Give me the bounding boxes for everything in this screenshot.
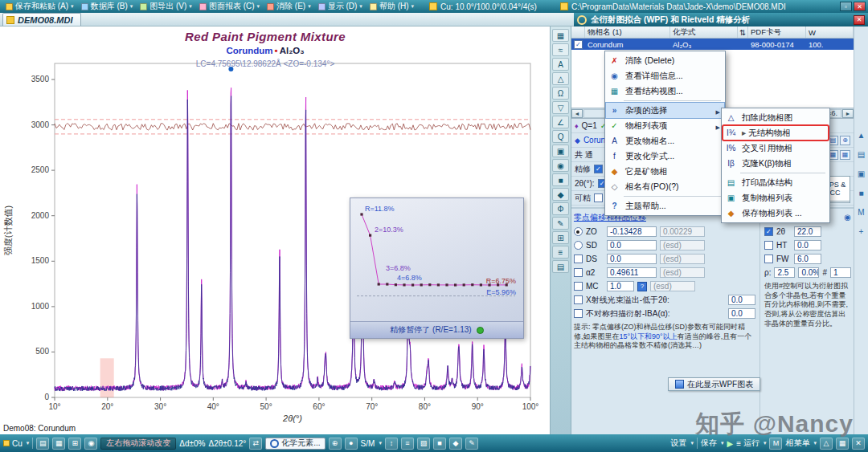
strip-icon-5[interactable]: Ω (552, 87, 569, 100)
sb-icon-4[interactable]: ◉ (84, 438, 97, 450)
add-icon[interactable]: ⊕ (840, 136, 850, 145)
menu-item-change-formula[interactable]: f更改化学式... (606, 149, 724, 164)
refine-checkbox[interactable] (594, 165, 603, 173)
menu-item-po-name[interactable]: ◇相名有(PO)(?) (606, 179, 724, 194)
delta-2theta-label[interactable]: Δ2θ±0.12° (209, 439, 247, 448)
side-icon-2[interactable]: ▤ (858, 150, 865, 159)
mc-checkbox[interactable] (574, 282, 583, 291)
scroll-right-button[interactable] (842, 109, 854, 118)
refinable-checkbox[interactable] (594, 193, 603, 202)
amorphous-2theta-checkbox[interactable] (764, 227, 773, 236)
strip-icon-17[interactable]: ▤ (552, 260, 569, 273)
delta-d-label[interactable]: Δd±0% (179, 439, 205, 448)
add-icon[interactable]: ⊕ (329, 438, 342, 450)
beam-overflow-checkbox[interactable] (574, 295, 583, 304)
mc-help-button[interactable]: ? (637, 282, 647, 291)
strip-icon-9[interactable]: ▣ (552, 145, 569, 157)
list-icon[interactable]: ≡ (401, 438, 414, 450)
anode-selector[interactable]: Cu (3, 439, 29, 448)
strip-icon-10[interactable]: ◉ (552, 159, 569, 172)
submenu-item-copy-phase-list[interactable]: ▣复制物相列表 (723, 190, 829, 206)
strip-icon-8[interactable]: Q (552, 130, 569, 143)
menu-item-misc-options[interactable]: »杂项的选择 (606, 103, 724, 118)
strip-icon-12[interactable]: ◆ (552, 188, 569, 201)
strip-icon-6[interactable]: ▽ (552, 101, 569, 114)
amorphous-ht-value[interactable]: 0.0 (794, 240, 821, 250)
edit-icon[interactable]: ✎ (465, 438, 478, 450)
submenu-item-structureless-phase[interactable]: I¾无结构物相 (723, 125, 829, 140)
pdf-card-header[interactable]: PDF卡号 (748, 26, 806, 38)
chemistry-filter-button[interactable]: 化学元素... (265, 438, 325, 450)
menu-item-is-mineral[interactable]: ◆它是矿物相 (606, 164, 724, 179)
zo-radio[interactable] (574, 227, 583, 236)
menu-database[interactable]: 数据库 (B) (78, 0, 137, 13)
dot-icon[interactable]: ● (345, 438, 358, 450)
alpha2-checkbox[interactable] (574, 268, 583, 277)
menu-item-rename-phase[interactable]: A更改物相名... (606, 133, 724, 149)
updown-icon[interactable]: ↕ (385, 438, 398, 450)
strip-icon-2[interactable]: ≈ (552, 43, 569, 56)
grid2-icon[interactable]: ▦ (840, 150, 850, 160)
strip-icon-14[interactable]: ✎ (552, 217, 569, 230)
close-panel-icon[interactable]: ✕ (852, 438, 865, 450)
strip-icon-16[interactable]: ≡ (552, 246, 569, 259)
diamond-icon[interactable]: ◆ (449, 438, 462, 450)
phase-row-corundum[interactable]: Corundum Al₂O₃ 98-000-0174 100. (571, 39, 854, 50)
scroll-left-button[interactable] (571, 109, 583, 118)
strip-icon-4[interactable]: △ (552, 72, 569, 85)
pattern-icon[interactable]: ▧ (417, 438, 430, 450)
side-icon-1[interactable]: ▲ (858, 131, 866, 140)
beam-overflow-value[interactable]: 0.0 (728, 295, 755, 305)
tab-demo08[interactable]: DEMO08.MDI (2, 13, 81, 26)
mc-value-field[interactable]: 1.0 (607, 281, 634, 291)
sd-radio[interactable] (574, 241, 583, 250)
submenu-item-cross-reference[interactable]: I%交叉引用物相 (723, 140, 829, 156)
amorphous-fw-checkbox[interactable] (764, 255, 773, 263)
sm-toggle[interactable]: S/M (361, 439, 382, 448)
amorphous-2theta-value[interactable]: 22.0 (794, 226, 821, 237)
side-icon-6[interactable]: + (859, 227, 864, 236)
menu-report[interactable]: 图面报表 (C) (196, 0, 263, 13)
side-icon-5[interactable]: M (858, 208, 864, 217)
strip-icon-13[interactable]: Φ (552, 202, 569, 215)
strip-icon-1[interactable]: ▦ (552, 29, 569, 42)
menu-item-topic-help[interactable]: ?主题帮助... (606, 198, 724, 214)
menu-clear[interactable]: 消除 (E) (264, 0, 314, 13)
sort-icon[interactable]: ⇅ (738, 26, 748, 38)
menu-help[interactable]: 帮助 (H) (366, 0, 417, 13)
ds-value-field[interactable]: 0.0 (607, 254, 657, 264)
minimize-button[interactable] (840, 2, 852, 11)
sb-icon-1[interactable]: ▤ (36, 438, 49, 450)
menu-save-paste[interactable]: 保存和粘贴 (A) (2, 0, 77, 13)
close-button[interactable] (854, 2, 866, 11)
menu-item-details[interactable]: ◉查看详细信息... (606, 68, 724, 83)
side-icon-4[interactable]: ■ (858, 189, 863, 197)
side-icon-3[interactable]: ▣ (858, 169, 865, 178)
phase-checkbox[interactable] (574, 40, 583, 49)
sd-value-field[interactable]: 0.0 (607, 240, 657, 250)
strip-icon-7[interactable]: ∠ (552, 116, 569, 128)
menu-display[interactable]: 显示 (D) (315, 0, 366, 13)
swap-icon[interactable]: ⇄ (249, 438, 262, 450)
sb-icon-2[interactable]: ▦ (52, 438, 65, 450)
amorphous-options-icon[interactable]: ◉ (844, 213, 851, 222)
submenu-item-subtract-pattern[interactable]: △扣除此物相图 (723, 110, 829, 125)
strip-icon-15[interactable]: ⊞ (552, 231, 569, 244)
amorphous-fw-value[interactable]: 6.0 (794, 254, 821, 264)
asymmetry-checkbox[interactable] (574, 309, 583, 318)
ds-checkbox[interactable] (574, 255, 583, 263)
panel-close-button[interactable] (854, 15, 865, 25)
menu-item-phase-list[interactable]: ✓物相列表项 (606, 118, 724, 133)
sb-icon-3[interactable]: ⊞ (68, 438, 81, 450)
show-wpf-chart-button[interactable]: 在此显示WPF图表 (668, 377, 760, 391)
asymmetry-value[interactable]: 0.0 (728, 308, 755, 319)
submenu-item-print-structure[interactable]: ▤打印晶体结构 (723, 175, 829, 190)
submenu-item-save-phase-list[interactable]: ◆保存物相列表 ... (723, 206, 829, 221)
percent-value[interactable]: 0.0% (798, 267, 819, 278)
strip-icon-11[interactable]: ■ (552, 173, 569, 186)
amorphous-ht-checkbox[interactable] (764, 241, 773, 250)
hump-count-value[interactable]: 1 (830, 267, 851, 278)
settings-button[interactable]: 设置 (670, 438, 694, 449)
square-icon[interactable]: ■ (433, 438, 446, 450)
strip-icon-3[interactable]: A (552, 58, 569, 71)
